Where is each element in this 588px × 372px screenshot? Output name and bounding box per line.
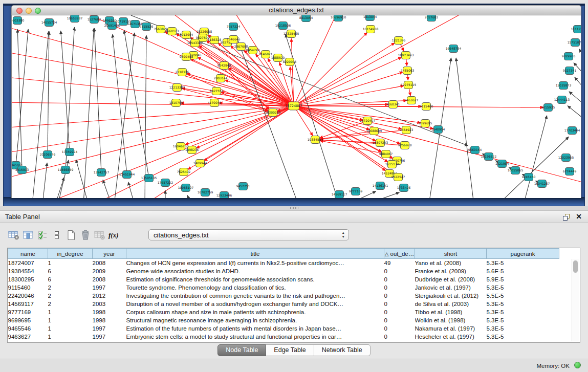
graph-edge[interactable] [55, 178, 64, 198]
graph-edge[interactable] [294, 106, 581, 183]
function-builder-icon[interactable]: f(x) [107, 228, 121, 242]
citation-network-graph[interactable]: 1872400756033801405572410653287152760264… [12, 15, 581, 198]
graph-edge[interactable] [76, 160, 89, 198]
close-panel-icon[interactable]: ✕ [576, 212, 582, 221]
table-cell[interactable]: 22420046 [8, 292, 48, 300]
table-cell[interactable]: Yano et al. (2008) [415, 259, 487, 267]
table-cell[interactable]: 0 [384, 300, 415, 308]
zoom-window-button[interactable] [35, 8, 41, 14]
table-cell[interactable]: 18724007 [8, 259, 48, 267]
table-row[interactable]: 1456911722003Disruption of a novel membe… [8, 300, 559, 308]
table-cell[interactable]: 1 [48, 308, 93, 316]
table-cell[interactable]: 49 [384, 259, 415, 267]
table-cell[interactable]: Dudbridge et al. (2008) [415, 275, 487, 283]
scrollbar-thumb[interactable] [573, 260, 578, 273]
graph-edge[interactable] [294, 57, 402, 106]
table-cell[interactable]: Franke et al. (2009) [415, 267, 487, 275]
column-header-year[interactable]: year [93, 249, 126, 259]
table-cell[interactable]: Estimation of the future numbers of pati… [126, 324, 384, 333]
graph-edge[interactable] [569, 92, 581, 110]
column-header-in_degree[interactable]: in_degree [48, 249, 93, 259]
table-cell[interactable]: 2008 [93, 259, 126, 267]
table-cell[interactable]: 18300295 [8, 275, 48, 283]
graph-edge[interactable] [103, 180, 112, 198]
graph-edge[interactable] [61, 31, 70, 152]
table-cell[interactable]: Hescheler et al. (1997) [415, 333, 487, 341]
table-cell[interactable]: Investigating the contribution of common… [126, 292, 384, 300]
row-height-icon[interactable] [50, 228, 63, 242]
table-cell[interactable]: Embryonic stem cells: a model to study s… [126, 333, 384, 341]
table-cell[interactable]: 9463627 [8, 333, 48, 341]
table-cell[interactable]: 1 [48, 259, 93, 267]
memory-status-icon[interactable] [574, 362, 581, 368]
table-cell[interactable]: 0 [384, 283, 415, 292]
table-cell[interactable]: 2003 [93, 300, 126, 308]
table-cell[interactable]: 2 [48, 300, 93, 308]
table-cell[interactable]: 9115460 [8, 283, 48, 292]
table-cell[interactable]: 5.6E-5 [487, 267, 559, 275]
table-cell[interactable]: 2008 [93, 275, 126, 283]
table-cell[interactable]: Stergiakouli et al. (2012) [415, 292, 487, 300]
table-row[interactable]: 977716911998Corpus callosum shape and si… [8, 308, 559, 316]
graph-edge[interactable] [16, 29, 28, 165]
graph-edge[interactable] [198, 57, 294, 106]
graph-edge[interactable] [187, 195, 191, 198]
table-cell[interactable]: 1 [48, 333, 93, 341]
column-header-out_de[interactable]: △out_de… [384, 249, 415, 259]
float-panel-icon[interactable] [563, 214, 570, 221]
table-row[interactable]: 969969511998Structural magnetic resonanc… [8, 316, 559, 324]
table-cell[interactable]: 19384554 [8, 267, 48, 275]
table-cell[interactable]: 6 [48, 267, 93, 275]
column-header-name[interactable]: name [8, 249, 48, 259]
table-cell[interactable]: Wolkin et al. (1998) [415, 316, 487, 324]
table-cell[interactable]: 5.3E-5 [487, 333, 559, 341]
graph-edge[interactable] [47, 106, 294, 198]
table-cell[interactable]: 0 [384, 308, 415, 316]
table-cell[interactable]: 5.3E-5 [487, 283, 559, 292]
graph-edge[interactable] [94, 28, 101, 172]
table-row[interactable]: 1938455462009Genome-wide association stu… [8, 267, 559, 275]
table-cell[interactable]: 0 [384, 275, 415, 283]
column-header-short[interactable]: short [415, 249, 487, 259]
table-cell[interactable]: 1997 [93, 283, 126, 292]
table-row[interactable]: 1872400712008Changes of HCN gene express… [8, 259, 559, 267]
new-table-icon[interactable] [64, 228, 78, 242]
table-cell[interactable]: Jankovic et al. (1997) [415, 283, 487, 292]
table-cell[interactable]: 5.9E-5 [487, 275, 559, 283]
table-cell[interactable]: 1998 [93, 308, 126, 316]
show-columns-icon[interactable] [21, 228, 35, 242]
delete-table-icon[interactable] [79, 228, 92, 242]
tab-edge-table[interactable]: Edge Table [266, 344, 314, 356]
table-cell[interactable]: Genome-wide association studies in ADHD. [126, 267, 384, 275]
table-cell[interactable]: de Silva et al. (2003) [415, 300, 487, 308]
graph-edge[interactable] [187, 74, 294, 106]
table-cell[interactable]: 0 [384, 316, 415, 324]
graph-edge[interactable] [149, 106, 294, 198]
graph-edge[interactable] [456, 58, 474, 198]
table-cell[interactable]: 5.3E-5 [487, 308, 559, 316]
graph-edge[interactable] [145, 35, 146, 198]
table-cell[interactable]: 9699695 [8, 316, 48, 324]
table-row[interactable]: 946554611997Estimation of the future num… [8, 324, 559, 333]
minimize-window-button[interactable] [26, 8, 32, 14]
table-row[interactable]: 911546021997Tourette syndrome. Phenomeno… [8, 283, 559, 292]
table-cell[interactable]: 1 [48, 316, 93, 324]
select-columns-icon[interactable] [36, 228, 49, 242]
table-row[interactable]: 946362711997Embryonic stem cells: a mode… [8, 333, 559, 341]
graph-edge[interactable] [568, 106, 581, 124]
table-cell[interactable]: 0 [384, 324, 415, 333]
table-row[interactable]: 2242004622012Investigating the contribut… [8, 292, 559, 300]
table-cell[interactable]: 1997 [93, 324, 126, 333]
table-vertical-scrollbar[interactable] [572, 259, 579, 341]
table-cell[interactable]: Tourette syndrome. Phenomenology and cla… [126, 283, 384, 292]
graph-edge[interactable] [579, 49, 581, 67]
table-cell[interactable]: Disruption of a novel member of a sodium… [126, 300, 384, 308]
tab-network-table[interactable]: Network Table [314, 344, 371, 356]
table-cell[interactable]: 0 [384, 267, 415, 275]
table-cell[interactable]: 5.3E-5 [487, 300, 559, 308]
graph-edge[interactable] [320, 130, 406, 139]
table-cell[interactable]: 6 [48, 275, 93, 283]
graph-edge[interactable] [12, 106, 294, 153]
table-cell[interactable]: 2009 [93, 267, 126, 275]
table-cell[interactable]: 9777169 [8, 308, 48, 316]
